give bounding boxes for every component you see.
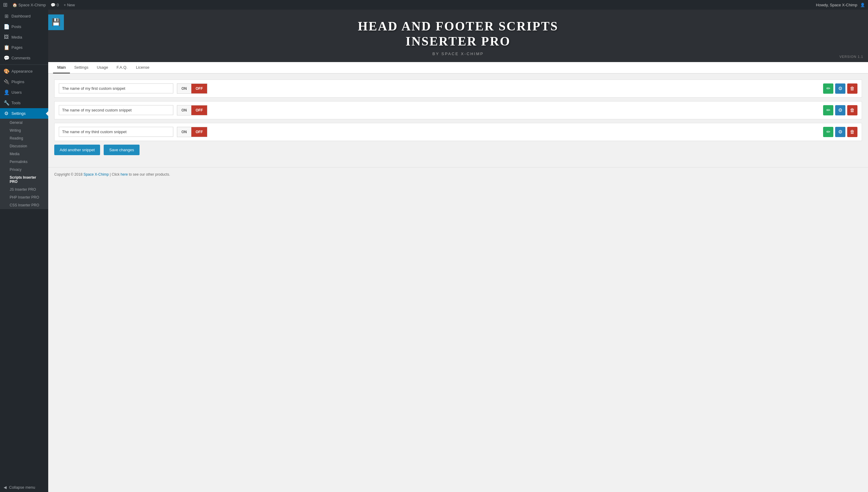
submenu-media-settings[interactable]: Media	[0, 150, 48, 158]
content-area: ON OFF ✏ ⚙ 🗑	[48, 74, 868, 167]
trash-icon: 🗑	[850, 107, 855, 113]
sidebar-item-users[interactable]: 👤 Users	[0, 87, 48, 98]
adminbar-comments[interactable]: 💬 0	[51, 3, 59, 7]
footer-link-here[interactable]: here	[121, 172, 128, 176]
snippet-2-edit-button[interactable]: ✏	[823, 105, 833, 115]
admin-bar: ⊞ 🏠 Space X-Chimp 💬 0 + New Howdy, Space…	[0, 0, 868, 10]
submenu-permalinks[interactable]: Permalinks	[0, 158, 48, 166]
snippet-1-toggle: ON OFF	[177, 83, 207, 94]
footer-link-spacexchimp[interactable]: Space X-Chimp	[83, 172, 109, 176]
snippet-2-actions: ✏ ⚙ 🗑	[823, 105, 858, 115]
tab-main[interactable]: Main	[53, 62, 70, 74]
snippet-3-edit-button[interactable]: ✏	[823, 127, 833, 137]
snippet-3-toggle: ON OFF	[177, 127, 207, 137]
plugin-version: VERSION 1.1	[839, 55, 863, 58]
snippet-1-settings-button[interactable]: ⚙	[835, 83, 845, 94]
sidebar-item-comments[interactable]: 💬 Comments	[0, 53, 48, 63]
sidebar: ⊞ Dashboard 📄 Posts 🖼 Media 📋 Pages 💬 Co…	[0, 10, 48, 492]
submenu-scripts-inserter-pro[interactable]: Scripts Inserter PRO	[0, 174, 48, 186]
add-snippet-button[interactable]: Add another snippet	[54, 145, 100, 155]
sidebar-item-media[interactable]: 🖼 Media	[0, 32, 48, 42]
edit-icon: ✏	[826, 85, 830, 91]
plugins-icon: 🔌	[4, 79, 9, 85]
snippet-row: ON OFF ✏ ⚙ 🗑	[54, 79, 862, 98]
header-save-button[interactable]: 💾	[48, 15, 64, 30]
snippet-3-toggle-on[interactable]: ON	[177, 127, 191, 137]
home-icon: 🏠	[13, 3, 17, 7]
submenu-css-inserter-pro[interactable]: CSS Inserter PRO	[0, 201, 48, 209]
sidebar-item-appearance[interactable]: 🎨 Appearance	[0, 66, 48, 76]
plugin-title: HEAD AND FOOTER SCRIPTS INSERTER PRO	[54, 19, 862, 49]
snippet-2-name-input[interactable]	[59, 105, 173, 115]
appearance-icon: 🎨	[4, 68, 9, 74]
collapse-icon: ◀	[4, 485, 7, 490]
sidebar-item-settings[interactable]: ⚙ Settings	[0, 108, 48, 119]
settings-icon: ⚙	[4, 110, 9, 116]
snippet-1-edit-button[interactable]: ✏	[823, 83, 833, 94]
collapse-menu-button[interactable]: ◀ Collapse menu	[0, 483, 48, 492]
tab-license[interactable]: License	[132, 62, 154, 74]
pages-icon: 📋	[4, 45, 9, 50]
sidebar-item-dashboard[interactable]: ⊞ Dashboard	[0, 11, 48, 21]
trash-icon: 🗑	[850, 129, 855, 135]
gear-icon: ⚙	[838, 129, 842, 135]
snippet-row: ON OFF ✏ ⚙ 🗑	[54, 123, 862, 141]
sidebar-item-plugins[interactable]: 🔌 Plugins	[0, 76, 48, 87]
plugin-byline: BY SPACE X-CHIMP	[54, 51, 862, 56]
users-icon: 👤	[4, 90, 9, 95]
sidebar-item-posts[interactable]: 📄 Posts	[0, 21, 48, 32]
snippet-2-toggle-on[interactable]: ON	[177, 105, 191, 115]
comment-icon: 💬	[51, 3, 55, 7]
submenu-reading[interactable]: Reading	[0, 134, 48, 142]
wp-logo-icon[interactable]: ⊞	[3, 1, 7, 8]
submenu-writing[interactable]: Writing	[0, 126, 48, 134]
snippet-1-toggle-on[interactable]: ON	[177, 84, 191, 93]
tab-faq[interactable]: F.A.Q.	[113, 62, 132, 74]
trash-icon: 🗑	[850, 86, 855, 91]
save-changes-button[interactable]: Save changes	[104, 145, 139, 155]
submenu-js-inserter-pro[interactable]: JS Inserter PRO	[0, 186, 48, 193]
snippet-2-settings-button[interactable]: ⚙	[835, 105, 845, 115]
media-icon: 🖼	[4, 34, 9, 40]
snippet-1-actions: ✏ ⚙ 🗑	[823, 83, 858, 94]
page-footer: Copyright © 2018 Space X-Chimp | Click h…	[48, 167, 868, 181]
sidebar-item-tools[interactable]: 🔧 Tools	[0, 98, 48, 108]
main-content: 💾 HEAD AND FOOTER SCRIPTS INSERTER PRO B…	[48, 10, 868, 492]
snippet-3-name-input[interactable]	[59, 127, 173, 137]
settings-submenu: General Writing Reading Discussion Media…	[0, 119, 48, 209]
snippet-3-actions: ✏ ⚙ 🗑	[823, 127, 858, 137]
submenu-privacy[interactable]: Privacy	[0, 166, 48, 174]
gear-icon: ⚙	[838, 85, 842, 91]
snippet-row: ON OFF ✏ ⚙ 🗑	[54, 101, 862, 119]
snippet-1-name-input[interactable]	[59, 83, 173, 93]
bottom-actions: Add another snippet Save changes	[54, 145, 862, 155]
posts-icon: 📄	[4, 24, 9, 29]
adminbar-new[interactable]: + New	[64, 3, 75, 7]
snippet-1-toggle-off[interactable]: OFF	[191, 84, 207, 93]
dashboard-icon: ⊞	[4, 13, 9, 19]
save-icon: 💾	[51, 18, 61, 26]
adminbar-site-name[interactable]: 🏠 Space X-Chimp	[13, 3, 46, 7]
edit-icon: ✏	[826, 107, 830, 113]
edit-icon: ✏	[826, 129, 830, 135]
sidebar-item-pages[interactable]: 📋 Pages	[0, 42, 48, 53]
snippet-3-toggle-off[interactable]: OFF	[191, 127, 207, 137]
submenu-general[interactable]: General	[0, 119, 48, 126]
snippet-1-delete-button[interactable]: 🗑	[847, 83, 858, 94]
submenu-discussion[interactable]: Discussion	[0, 142, 48, 150]
tab-settings[interactable]: Settings	[70, 62, 93, 74]
avatar-icon: 👤	[860, 3, 865, 7]
tools-icon: 🔧	[4, 100, 9, 106]
tab-usage[interactable]: Usage	[93, 62, 113, 74]
submenu-php-inserter-pro[interactable]: PHP Inserter PRO	[0, 193, 48, 201]
snippet-2-delete-button[interactable]: 🗑	[847, 105, 858, 115]
snippet-3-settings-button[interactable]: ⚙	[835, 127, 845, 137]
snippet-2-toggle: ON OFF	[177, 105, 207, 115]
tab-bar: Main Settings Usage F.A.Q. License	[48, 62, 868, 74]
snippet-3-delete-button[interactable]: 🗑	[847, 127, 858, 137]
comments-icon: 💬	[4, 55, 9, 61]
gear-icon: ⚙	[838, 107, 842, 113]
plugin-header: 💾 HEAD AND FOOTER SCRIPTS INSERTER PRO B…	[48, 10, 868, 62]
adminbar-howdy: Howdy, Space X-Chimp 👤	[816, 3, 865, 7]
snippet-2-toggle-off[interactable]: OFF	[191, 105, 207, 115]
